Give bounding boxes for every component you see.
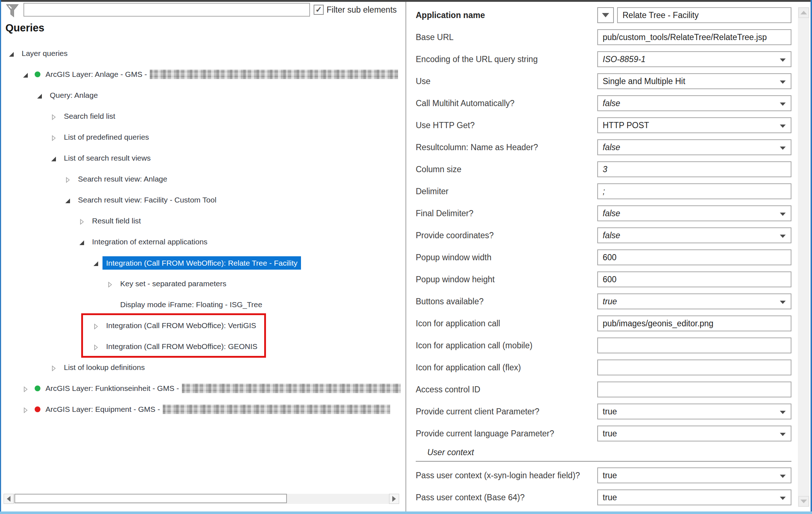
expand-icon[interactable] [51, 155, 57, 161]
tree-item[interactable]: ArcGIS Layer: Funktionseinheit - GMS - [1, 378, 405, 399]
collapse-icon[interactable] [51, 365, 57, 371]
field-input[interactable] [597, 382, 791, 397]
field-select[interactable]: false [597, 139, 791, 155]
field-value: false [598, 206, 791, 221]
tree-item[interactable]: Search field list [1, 106, 405, 127]
field-input[interactable] [597, 337, 791, 353]
field-value: ISO-8859-1 [598, 52, 791, 66]
field-value: ; [598, 184, 791, 199]
tree-item-label: Search field list [64, 112, 115, 121]
filter-input[interactable] [23, 3, 310, 17]
horizontal-scroll-track[interactable] [14, 494, 389, 504]
field-select[interactable]: true [597, 489, 791, 505]
field-input[interactable]: 600 [597, 271, 791, 287]
expand-icon[interactable] [22, 71, 29, 78]
app-window: ✓ Filter sub elements Queries Layer quer… [0, 0, 812, 514]
tree-item[interactable]: Query: Anlage [1, 85, 405, 106]
tree-item[interactable]: Integration (Call FROM WebOffice): GEONI… [1, 336, 405, 357]
filter-checkbox-label[interactable]: Filter sub elements [327, 5, 397, 15]
scroll-down-button[interactable] [798, 496, 809, 507]
field-input[interactable] [597, 360, 791, 375]
field-select[interactable]: HTTP POST [597, 117, 791, 133]
field-value: false [598, 140, 791, 154]
dropdown-arrow-icon [780, 497, 786, 500]
dropdown-arrow-icon [780, 147, 786, 150]
tree-item-label: Display mode iFrame: Floating - ISG_Tree [120, 300, 262, 309]
field-input[interactable]: ; [597, 183, 791, 199]
tree-item[interactable]: Integration of external applications [1, 231, 405, 252]
field-value: false [598, 228, 791, 243]
field-select[interactable]: false [597, 205, 791, 221]
tree-item[interactable]: Key set - separated parameters [1, 273, 405, 294]
scroll-left-button[interactable] [4, 494, 14, 504]
field-row: Use HTTP Get?HTTP POST [406, 117, 798, 133]
dropdown-arrow-icon [780, 475, 786, 478]
field-label: Icon for application call [416, 315, 500, 331]
field-select[interactable]: true [597, 467, 791, 483]
vertical-scrollbar[interactable] [798, 7, 809, 507]
dropdown-arrow-icon [780, 433, 786, 436]
tree-item-label: Query: Anlage [50, 91, 98, 100]
redacted-url [163, 405, 390, 414]
field-select[interactable]: false [597, 227, 791, 243]
tree-item[interactable]: Display mode iFrame: Floating - ISG_Tree [1, 294, 405, 315]
field-value: pub/custom_tools/RelateTree/RelateTree.j… [598, 30, 791, 44]
field-select[interactable]: true [597, 426, 791, 441]
field-row: Pass user context (Base 64)?true [406, 489, 798, 505]
dropdown-arrow-icon [780, 125, 786, 128]
filter-sub-elements-checkbox[interactable]: ✓ [314, 5, 324, 15]
field-input[interactable]: Relate Tree - Facility [617, 7, 791, 23]
field-input[interactable]: pub/images/geonis_editor.png [597, 315, 791, 331]
field-label: Application name [416, 7, 485, 23]
tree-item-label: Search result view: Anlage [78, 175, 167, 183]
tree-item[interactable]: Integration (Call FROM WebOffice): Verti… [1, 315, 405, 336]
field-select[interactable]: true [597, 293, 791, 309]
scroll-right-button[interactable] [389, 494, 399, 504]
expand-icon[interactable] [65, 197, 71, 203]
tree-item-label: List of predefined queries [64, 133, 149, 141]
tree-item[interactable]: Result field list [1, 210, 405, 231]
tree-item[interactable]: Search result view: Facility - Custom To… [1, 190, 405, 210]
scroll-up-button[interactable] [798, 7, 809, 18]
tree-item[interactable]: Search result view: Anlage [1, 169, 405, 190]
field-label: Access control ID [416, 382, 480, 397]
field-label: Provide current client Parameter? [416, 404, 540, 419]
expand-icon[interactable] [8, 51, 14, 57]
tree-item[interactable]: List of predefined queries [1, 127, 405, 148]
arrow-up-icon [800, 11, 807, 14]
field-select[interactable]: false [597, 95, 791, 111]
collapse-icon[interactable] [93, 344, 99, 350]
tree-item[interactable]: Integration (Call FROM WebOffice): Relat… [1, 252, 405, 273]
tree-item[interactable]: List of search result views [1, 148, 405, 169]
tree-item-label: Integration (Call FROM WebOffice): Verti… [106, 321, 256, 330]
collapse-icon[interactable] [51, 134, 57, 140]
collapse-icon[interactable] [93, 323, 99, 329]
field-input[interactable]: 3 [597, 161, 791, 177]
field-select[interactable]: Single and Multiple Hit [597, 73, 791, 89]
field-select[interactable]: ISO-8859-1 [597, 51, 791, 67]
expand-icon[interactable] [79, 239, 85, 245]
collapse-icon[interactable] [65, 176, 71, 182]
tree-item[interactable]: List of lookup definitions [1, 357, 405, 378]
field-value: false [598, 96, 791, 110]
collapse-icon[interactable] [51, 113, 57, 119]
collapse-icon[interactable] [107, 281, 113, 287]
collapse-icon[interactable] [22, 386, 29, 392]
collapse-icon[interactable] [79, 218, 85, 224]
field-select[interactable]: true [597, 404, 791, 419]
field-row: Delimiter; [406, 183, 798, 199]
tree-item[interactable]: ArcGIS Layer: Equipment - GMS - [1, 399, 405, 420]
horizontal-scroll-thumb[interactable] [14, 494, 287, 503]
field-label: Popup window width [416, 249, 492, 265]
tree-item[interactable]: ArcGIS Layer: Anlage - GMS - [1, 64, 405, 85]
collapse-icon[interactable] [22, 406, 29, 413]
expand-icon[interactable] [36, 92, 43, 99]
field-input[interactable]: pub/custom_tools/RelateTree/RelateTree.j… [597, 29, 791, 45]
field-row: Column size3 [406, 161, 798, 177]
field-input[interactable]: 600 [597, 249, 791, 265]
redacted-url [182, 384, 401, 393]
field-row: Access control ID [406, 382, 798, 397]
combo-dropdown-button[interactable] [597, 7, 614, 23]
tree-item[interactable]: Layer queries [1, 43, 405, 64]
expand-icon[interactable] [93, 260, 99, 266]
